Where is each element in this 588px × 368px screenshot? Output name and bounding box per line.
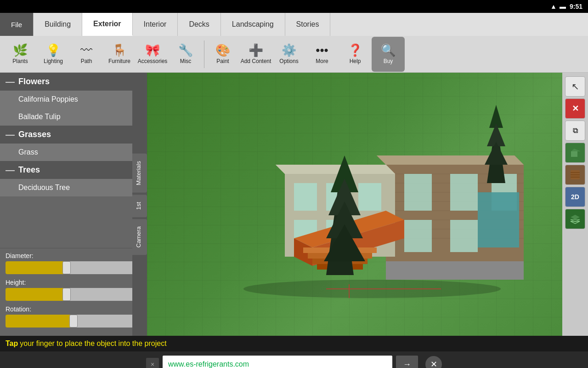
3d-object-button[interactable] (565, 143, 585, 163)
tool-accessories-label: Accessories (138, 58, 168, 64)
diameter-label: Diameter: (6, 252, 141, 259)
toolbar: 🌿 Plants 💡 Lighting 〰 Path 🪑 Furniture 🎀… (0, 36, 588, 73)
help-icon: ❓ (348, 44, 362, 56)
viewport[interactable]: ↖ ✕ ⧉ 2D (147, 73, 588, 336)
diameter-thumb[interactable] (62, 261, 71, 274)
more-icon: ••• (316, 44, 328, 56)
toolbar-separator-1 (204, 40, 204, 68)
tool-lighting[interactable]: 💡 Lighting (37, 37, 70, 72)
tool-misc[interactable]: 🔧 Misc (169, 37, 202, 72)
ad-url-text: www.es-refrigerants.com (168, 360, 249, 368)
tool-paint[interactable]: 🎨 Paint (206, 37, 239, 72)
status-message: your finger to place the object into the… (20, 339, 166, 348)
status-bar: ▲ ▬ 9:51 (0, 0, 588, 13)
tool-more-label: More (316, 58, 328, 64)
tool-help-label: Help (350, 58, 361, 64)
furniture-icon: 🪑 (112, 44, 127, 56)
tool-help[interactable]: ❓ Help (339, 37, 372, 72)
ad-close-left-button[interactable]: × (146, 358, 159, 368)
category-trees-label: Trees (18, 165, 40, 175)
ad-close-left-icon: × (151, 361, 154, 368)
height-label: Height: (6, 279, 141, 286)
rotation-label: Rotation: (6, 305, 141, 313)
item-deciduous-tree[interactable]: Deciduous Tree (0, 179, 147, 196)
sliders-panel: Diameter: Height: Rotation: (0, 248, 147, 336)
tab-exterior[interactable]: Exterior (82, 13, 132, 36)
category-flowers[interactable]: — Flowers (0, 73, 147, 91)
tool-lighting-label: Lighting (44, 58, 63, 64)
status-time: 9:51 (570, 3, 582, 10)
main-area: — Flowers California Poppies Ballade Tul… (0, 73, 588, 336)
tool-furniture[interactable]: 🪑 Furniture (103, 37, 136, 72)
tab-decks[interactable]: Decks (178, 13, 220, 36)
copy-button[interactable]: ⧉ (565, 121, 585, 141)
paint-icon: 🎨 (215, 44, 230, 56)
select-tool-button[interactable]: ↖ (565, 76, 585, 97)
path-icon: 〰 (80, 44, 92, 56)
category-grasses-label: Grasses (18, 130, 51, 139)
left-panel: — Flowers California Poppies Ballade Tul… (0, 73, 147, 336)
rotation-track[interactable] (6, 315, 141, 328)
rotation-slider-row: Rotation: (6, 305, 141, 328)
tool-plants-label: Plants (12, 58, 28, 64)
battery-icon: ▬ (560, 3, 566, 10)
tool-more[interactable]: ••• More (305, 37, 339, 72)
tool-path-label: Path (81, 58, 92, 64)
tool-plants[interactable]: 🌿 Plants (4, 37, 37, 72)
item-california-poppies[interactable]: California Poppies (0, 91, 147, 108)
lighting-icon: 💡 (46, 44, 61, 56)
side-tabs: Materials 1st Camera (132, 73, 147, 336)
ad-url-display: www.es-refrigerants.com (163, 356, 392, 368)
tap-text: Tap (6, 339, 18, 348)
svg-rect-26 (478, 192, 519, 247)
tool-add-content[interactable]: ➕ Add Content (239, 37, 272, 72)
layer-button[interactable] (565, 209, 585, 229)
grasses-collapse-icon: — (6, 129, 15, 140)
tool-add-content-label: Add Content (241, 58, 271, 64)
delete-button[interactable]: ✕ (565, 98, 585, 119)
tool-options[interactable]: ⚙️ Options (272, 37, 305, 72)
tool-buy[interactable]: 🔍 Buy (372, 37, 405, 72)
rotation-thumb[interactable] (69, 315, 78, 328)
height-track[interactable] (6, 288, 141, 301)
accessories-icon: 🎀 (145, 44, 160, 56)
tab-building[interactable]: Building (34, 13, 82, 36)
svg-marker-11 (386, 261, 524, 280)
diameter-track[interactable] (6, 261, 141, 274)
texture-button[interactable] (565, 165, 585, 185)
tool-accessories[interactable]: 🎀 Accessories (136, 37, 169, 72)
tool-furniture-label: Furniture (108, 58, 130, 64)
ad-go-button[interactable]: → (396, 356, 418, 368)
side-tab-1st[interactable]: 1st (132, 195, 147, 217)
item-grass[interactable]: Grass (0, 144, 147, 161)
side-tab-materials[interactable]: Materials (132, 154, 147, 193)
svg-rect-22 (450, 174, 478, 211)
flowers-collapse-icon: — (6, 76, 15, 87)
side-tab-camera[interactable]: Camera (132, 219, 147, 255)
svg-rect-21 (404, 174, 432, 211)
item-ballade-tulip[interactable]: Ballade Tulip (0, 108, 147, 126)
wifi-icon: ▲ (550, 3, 557, 10)
category-flowers-label: Flowers (18, 77, 50, 86)
category-grasses[interactable]: — Grasses (0, 126, 147, 144)
trees-collapse-icon: — (6, 165, 15, 175)
misc-icon: 🔧 (178, 44, 193, 56)
ad-close-right-icon: ✕ (430, 359, 437, 368)
height-thumb[interactable] (62, 288, 71, 301)
category-list: — Flowers California Poppies Ballade Tul… (0, 73, 147, 248)
svg-rect-18 (358, 183, 381, 211)
tab-stories[interactable]: Stories (285, 13, 331, 36)
status-icons: ▲ ▬ (550, 3, 566, 10)
category-trees[interactable]: — Trees (0, 161, 147, 179)
tab-bar: File Building Exterior Interior Decks La… (0, 13, 588, 36)
2d-view-button[interactable]: 2D (565, 187, 585, 207)
svg-rect-45 (571, 151, 577, 157)
ad-close-right-button[interactable]: ✕ (425, 356, 442, 368)
tool-path[interactable]: 〰 Path (70, 37, 103, 72)
height-slider-row: Height: (6, 279, 141, 301)
tab-landscaping[interactable]: Landscaping (221, 13, 285, 36)
tab-interior[interactable]: Interior (133, 13, 178, 36)
tool-buy-label: Buy (384, 58, 393, 64)
add-content-icon: ➕ (249, 44, 263, 56)
tab-file[interactable]: File (0, 13, 34, 36)
